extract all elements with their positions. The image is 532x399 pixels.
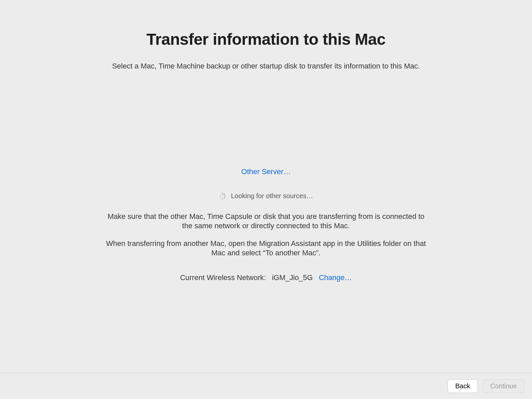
help-paragraph-1: Make sure that the other Mac, Time Capsu… [106,212,427,230]
svg-line-1 [224,194,225,195]
page-title: Transfer information to this Mac [146,30,386,48]
svg-line-5 [220,197,221,198]
network-label: Current Wireless Network: [180,273,266,282]
footer-bar: Back Continue [0,373,532,399]
page-subtitle: Select a Mac, Time Machine backup or oth… [112,62,420,71]
status-row: Looking for other sources… [219,192,313,200]
help-text: Make sure that the other Mac, Time Capsu… [106,212,427,266]
network-value: iGM_Jio_5G [272,273,313,282]
status-text: Looking for other sources… [231,192,313,200]
help-paragraph-2: When transferring from another Mac, open… [106,239,427,257]
spinner-icon [219,192,226,200]
svg-line-7 [220,194,221,195]
continue-button: Continue [483,379,525,393]
change-network-link[interactable]: Change… [319,273,352,282]
main-content: Transfer information to this Mac Select … [0,0,532,373]
network-row: Current Wireless Network: iGM_Jio_5G Cha… [180,273,352,282]
other-server-link[interactable]: Other Server… [241,167,291,176]
svg-line-3 [224,197,225,198]
back-button[interactable]: Back [447,379,477,393]
